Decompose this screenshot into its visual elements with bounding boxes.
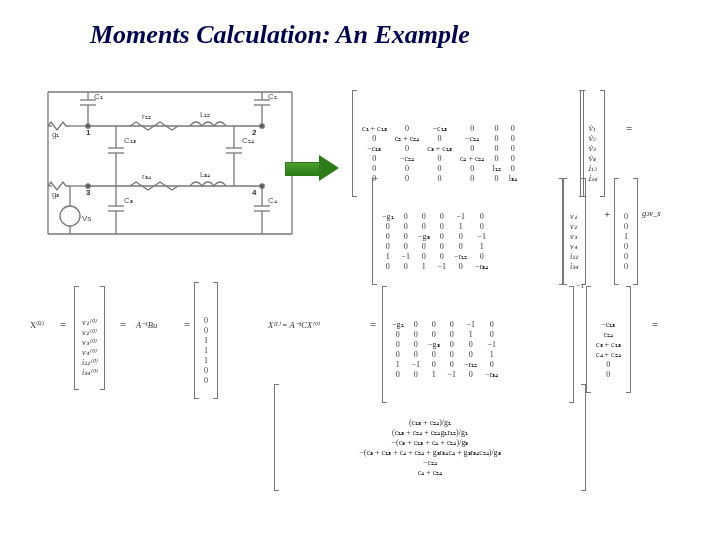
vector-cx0: −c₁₃c₂₄c₃ + c₁₃c₄ + c₂₄00 [592, 288, 625, 391]
label-c13: C₁₃ [124, 136, 136, 145]
vector-bu: 001000 [620, 180, 632, 283]
matrix-g-inv: −g₁000−1000001000−g₃00−10000011−100−r₁₂0… [388, 288, 568, 401]
node-2: 2 [252, 128, 256, 137]
matrix-g: −g₁000−1000001000−g₃00−10000011−100−r₁₂0… [378, 180, 558, 283]
x0-lhs: X⁽⁰⁾ [30, 320, 44, 331]
eq-sign-4: = [184, 318, 190, 330]
label-c4: C₄ [268, 196, 277, 205]
eq-sign-3: = [120, 318, 126, 330]
arrow-icon [285, 155, 345, 181]
node-4: 4 [252, 188, 256, 197]
circuit-schematic: C₁ C₂ C₁₃ C₂₄ C₃ C₄ r₁₂ L₁₂ r₃₄ L₃₄ g₁ g… [30, 86, 310, 246]
label-l12: L₁₂ [200, 110, 210, 119]
vector-x1-result: (c₁₃ + c₂₄)/g₁(c₁₃ + c₂₄ + c₂₄g₁r₁₂)/g₁−… [280, 386, 580, 489]
vector-xdot: v̇₁v̇₂v̇₃v̇₄i̇₁₂i̇₃₄ [586, 92, 599, 195]
label-c3: C₃ [124, 196, 133, 205]
plus-sign: + [604, 208, 610, 220]
inverse-exponent: −1 [577, 282, 584, 291]
eq-sign-6: = [652, 318, 658, 330]
node-1: 1 [86, 128, 90, 137]
eq-sign-5: = [370, 318, 376, 330]
node-3: 3 [86, 188, 90, 197]
svg-point-38 [260, 124, 264, 128]
label-c1: C₁ [94, 92, 103, 101]
vector-x0-val: 0011100 [200, 284, 212, 397]
x1-lhs: X⁽¹⁾ = A⁻¹CX⁽⁰⁾ [268, 320, 319, 331]
eq-sign-1: = [626, 122, 632, 134]
label-r34: r₃₄ [142, 172, 151, 181]
label-g3: g₃ [52, 190, 59, 199]
label-r12: r₁₂ [142, 112, 151, 121]
svg-point-34 [60, 206, 80, 226]
vector-x0-sym: v₁⁽⁰⁾v₂⁽⁰⁾v₃⁽⁰⁾v₄⁽⁰⁾i₁₂⁽⁰⁾i₃₄⁽⁰⁾ [80, 288, 99, 388]
bu-symbol: g₃v_s [642, 208, 661, 219]
label-vs: Vs [82, 214, 91, 223]
vector-x: v₁v₂v₃v₄i₁₂i₃₄ [568, 180, 580, 283]
label-l34: L₃₄ [200, 170, 210, 179]
svg-point-40 [260, 184, 264, 188]
label-g1: g₁ [52, 130, 59, 139]
label-c2: C₂ [268, 92, 277, 101]
page-title: Moments Calculation: An Example [90, 20, 470, 50]
x0-formula: A⁻¹Bu [136, 320, 157, 331]
label-c24: C₂₄ [242, 136, 254, 145]
eq-sign-2: = [60, 318, 66, 330]
